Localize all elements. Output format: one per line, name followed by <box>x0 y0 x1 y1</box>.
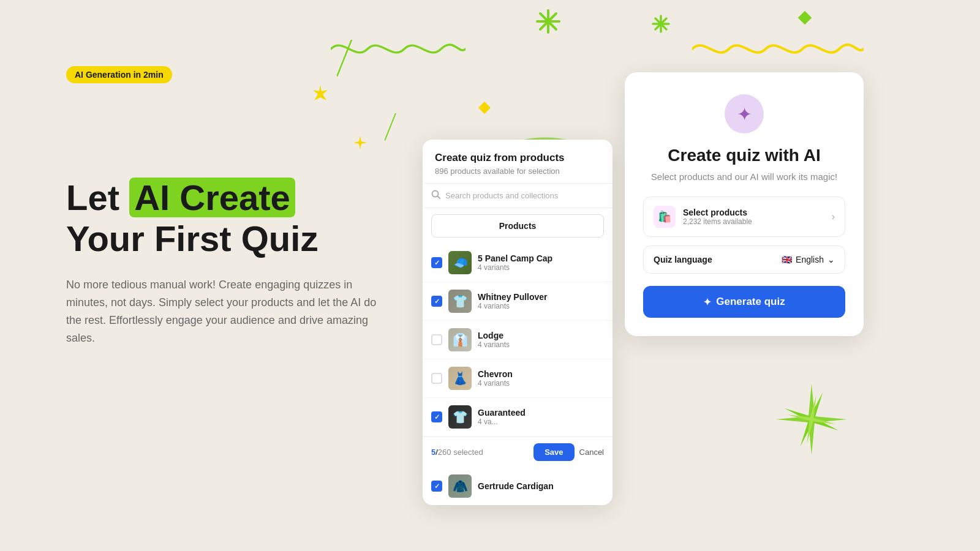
select-products-row[interactable]: 🛍️ Select products 2,232 items available… <box>643 197 845 237</box>
product-item[interactable]: 🧢 5 Panel Camp Cap 4 variants <box>423 244 612 282</box>
products-tab[interactable]: Products <box>431 214 604 238</box>
product-image-5: 👕 <box>448 405 472 429</box>
product-item[interactable]: 👗 Chevron 4 variants <box>423 359 612 398</box>
product-checkbox-3[interactable] <box>431 334 442 345</box>
svg-line-3 <box>540 13 556 29</box>
svg-line-11 <box>385 113 396 141</box>
ai-badge: AI Generation in 2min <box>66 66 172 83</box>
select-products-info: Select products 2,232 items available <box>683 208 824 226</box>
generate-sparkle-icon: ✦ <box>703 296 711 308</box>
product-item[interactable]: 👔 Lodge 4 variants <box>423 321 612 359</box>
product-checkbox-5[interactable] <box>431 411 442 422</box>
product-image-6: 🧥 <box>448 474 472 498</box>
ai-panel-subtitle: Select products and our AI will work its… <box>643 171 845 182</box>
svg-line-6 <box>655 18 666 29</box>
product-variants-2: 4 variants <box>478 302 604 310</box>
product-variants-4: 4 variants <box>478 379 604 388</box>
product-info-1: 5 Panel Camp Cap 4 variants <box>478 253 604 272</box>
product-info-4: Chevron 4 variants <box>478 369 604 388</box>
ai-icon-circle: ✦ <box>725 94 764 133</box>
svg-marker-12 <box>776 384 847 455</box>
product-name-4: Chevron <box>478 369 604 379</box>
panel-subtitle: 896 products available for selection <box>435 167 600 176</box>
product-image-2: 👕 <box>448 290 472 313</box>
headline-highlight: AI Create <box>129 178 295 217</box>
ai-panel: ✦ Create quiz with AI Select products an… <box>625 72 864 336</box>
product-name-3: Lodge <box>478 331 604 340</box>
generate-button-label: Generate quiz <box>716 296 785 308</box>
search-icon <box>431 190 440 201</box>
save-bar: 5/260 selected Save Cancel <box>423 437 612 467</box>
hero-section: Let AI Create Your First Quiz No more te… <box>66 178 421 347</box>
svg-marker-14 <box>783 391 840 448</box>
product-name-2: Whitney Pullover <box>478 292 604 302</box>
cancel-button[interactable]: Cancel <box>579 448 604 457</box>
products-tab-label: Products <box>499 221 537 231</box>
badge-label: AI Generation in 2min <box>75 70 164 80</box>
product-image-4: 👗 <box>448 367 472 390</box>
count-total: 260 <box>438 448 451 457</box>
svg-rect-9 <box>478 102 491 114</box>
product-image-3: 👔 <box>448 328 472 351</box>
headline-text-1: Let <box>66 178 129 217</box>
headline-text-2: Your First Quiz <box>66 219 318 258</box>
headline: Let AI Create Your First Quiz <box>66 178 421 259</box>
product-item[interactable]: 🧥 Gertrude Cardigan <box>423 467 612 505</box>
count-label: selected <box>453 448 483 457</box>
hero-subtext: No more tedious manual work! Create enga… <box>66 276 385 347</box>
save-button[interactable]: Save <box>533 443 574 461</box>
product-item[interactable]: 👕 Guaranteed 4 va... <box>423 398 612 437</box>
svg-line-10 <box>337 40 352 77</box>
product-variants-5: 4 va... <box>478 418 604 426</box>
select-products-count: 2,232 items available <box>683 217 824 226</box>
svg-line-2 <box>540 13 556 29</box>
product-checkbox-6[interactable] <box>431 481 442 492</box>
quiz-language-label: Quiz language <box>654 255 712 264</box>
chevron-right-icon: › <box>832 211 835 222</box>
product-item[interactable]: 👕 Whitney Pullover 4 variants <box>423 282 612 321</box>
svg-marker-13 <box>773 381 850 457</box>
search-placeholder: Search products and collections <box>445 191 558 200</box>
svg-line-7 <box>655 18 666 29</box>
sparkle-icon: ✦ <box>737 103 752 125</box>
panel-title: Create quiz from products <box>435 152 600 164</box>
panel-header: Create quiz from products 896 products a… <box>423 140 612 184</box>
generate-quiz-button[interactable]: ✦ Generate quiz <box>643 286 845 318</box>
product-variants-1: 4 variants <box>478 263 604 272</box>
selection-count: 5/260 selected <box>431 448 483 457</box>
product-info-2: Whitney Pullover 4 variants <box>478 292 604 310</box>
flag-icon: 🇬🇧 <box>782 255 792 264</box>
dropdown-chevron-icon: ⌄ <box>827 255 835 264</box>
quiz-language-row: Quiz language 🇬🇧 English ⌄ <box>643 246 845 274</box>
product-name-6: Gertrude Cardigan <box>478 481 604 491</box>
select-products-label: Select products <box>683 208 824 217</box>
product-variants-3: 4 variants <box>478 340 604 349</box>
product-name-5: Guaranteed <box>478 408 604 418</box>
language-value: English <box>796 255 824 264</box>
product-checkbox-2[interactable] <box>431 296 442 307</box>
svg-rect-8 <box>798 11 812 25</box>
product-list: 🧢 5 Panel Camp Cap 4 variants 👕 Whitney … <box>423 244 612 505</box>
search-box[interactable]: Search products and collections <box>423 184 612 208</box>
product-info-6: Gertrude Cardigan <box>478 481 604 491</box>
product-checkbox-1[interactable] <box>431 257 442 268</box>
product-checkbox-4[interactable] <box>431 373 442 384</box>
svg-line-16 <box>438 197 440 199</box>
bag-icon: 🛍️ <box>654 206 676 228</box>
product-image-1: 🧢 <box>448 251 472 274</box>
product-name-1: 5 Panel Camp Cap <box>478 253 604 263</box>
product-info-3: Lodge 4 variants <box>478 331 604 349</box>
product-info-5: Guaranteed 4 va... <box>478 408 604 426</box>
language-selector[interactable]: 🇬🇧 English ⌄ <box>782 255 835 264</box>
product-quiz-panel: Create quiz from products 896 products a… <box>423 140 612 505</box>
ai-panel-title: Create quiz with AI <box>643 146 845 165</box>
